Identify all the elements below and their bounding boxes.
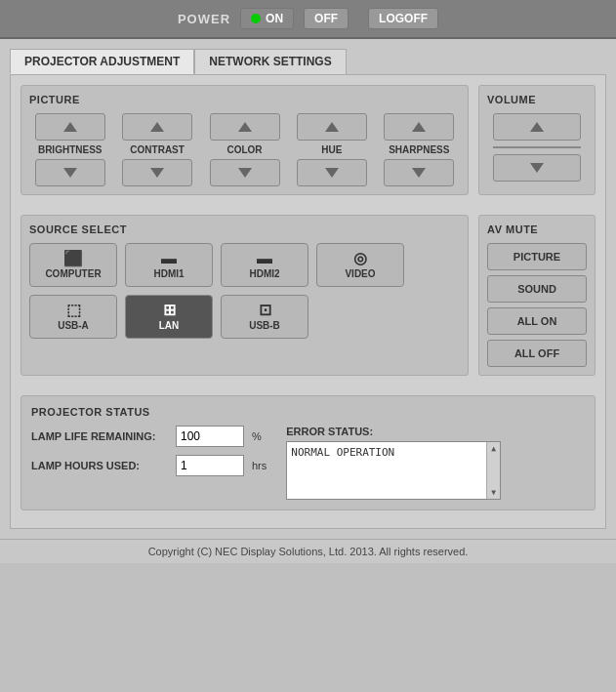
picture-controls: BRIGHTNESS CONTRAST COLOR xyxy=(29,113,460,186)
scroll-down-arrow[interactable]: ▼ xyxy=(491,488,496,497)
status-right: ERROR STATUS: NORMAL OPERATION ▲ ▼ xyxy=(286,426,585,500)
content-area: PICTURE BRIGHTNESS CONTRAST COLO xyxy=(10,74,606,529)
up-arrow-icon xyxy=(238,119,252,135)
status-left: LAMP LIFE REMAINING: % LAMP HOURS USED: … xyxy=(31,426,267,500)
up-arrow-icon xyxy=(325,119,339,135)
projector-status-title: PROJECTOR STATUS xyxy=(31,406,585,418)
video-icon: ◎ xyxy=(353,251,367,266)
footer-text: Copyright (C) NEC Display Solutions, Ltd… xyxy=(148,546,469,557)
top-row: PICTURE BRIGHTNESS CONTRAST COLO xyxy=(21,85,595,205)
source-select-panel: SOURCE SELECT ⬛ COMPUTER ▬ HDMI1 ▬ xyxy=(21,215,469,376)
source-video-button[interactable]: ◎ VIDEO xyxy=(316,243,404,287)
source-grid: ⬛ COMPUTER ▬ HDMI1 ▬ HDMI2 ◎ xyxy=(29,243,460,339)
error-status-value: NORMAL OPERATION xyxy=(291,446,394,459)
down-arrow-icon xyxy=(150,165,164,181)
status-grid: LAMP LIFE REMAINING: % LAMP HOURS USED: … xyxy=(31,426,585,500)
sharpness-down-button[interactable] xyxy=(384,159,454,186)
hdmi2-icon: ▬ xyxy=(257,251,272,266)
avmute-sound-button[interactable]: SOUND xyxy=(487,275,587,303)
hue-up-button[interactable] xyxy=(297,113,367,141)
volume-panel: VOLUME xyxy=(478,85,595,195)
avmute-picture-button[interactable]: PICTURE xyxy=(487,243,587,270)
source-row-2: ⬚ USB-A ⊞ LAN ⊡ USB-B xyxy=(29,295,460,339)
color-label: COLOR xyxy=(226,144,262,155)
lamp-hours-row: LAMP HOURS USED: hrs xyxy=(31,455,267,476)
footer: Copyright (C) NEC Display Solutions, Ltd… xyxy=(0,539,616,563)
color-down-button[interactable] xyxy=(210,159,280,186)
logoff-button[interactable]: LOGOFF xyxy=(368,8,438,29)
sharpness-label: SHARPNESS xyxy=(389,144,449,155)
scroll-up-arrow[interactable]: ▲ xyxy=(491,444,496,453)
contrast-label: CONTRAST xyxy=(130,144,185,155)
hue-down-button[interactable] xyxy=(297,159,367,186)
sharpness-up-button[interactable] xyxy=(384,113,454,141)
down-arrow-icon xyxy=(325,165,339,181)
usbb-icon: ⊡ xyxy=(259,303,271,318)
computer-icon: ⬛ xyxy=(63,251,83,266)
lamp-life-row: LAMP LIFE REMAINING: % xyxy=(31,426,267,447)
vol-up-icon xyxy=(530,119,544,135)
error-scrollbar: ▲ ▼ xyxy=(486,442,500,499)
tab-projector-adjustment[interactable]: PROJECTOR ADJUSTMENT xyxy=(10,49,194,74)
brightness-up-button[interactable] xyxy=(35,113,105,141)
power-off-button[interactable]: OFF xyxy=(304,8,349,29)
brightness-label: BRIGHTNESS xyxy=(38,144,103,155)
lamp-life-label: LAMP LIFE REMAINING: xyxy=(31,430,168,442)
av-mute-panel: AV MUTE PICTURE SOUND ALL ON ALL OFF xyxy=(478,215,595,376)
up-arrow-icon xyxy=(63,119,77,135)
source-usbb-button[interactable]: ⊡ USB-B xyxy=(221,295,308,339)
lamp-hours-label: LAMP HOURS USED: xyxy=(31,460,168,471)
avmute-all-on-button[interactable]: ALL ON xyxy=(487,307,587,335)
middle-row: SOURCE SELECT ⬛ COMPUTER ▬ HDMI1 ▬ xyxy=(21,215,595,386)
lamp-life-unit: % xyxy=(252,430,262,442)
down-arrow-icon xyxy=(63,165,77,181)
projector-status-panel: PROJECTOR STATUS LAMP LIFE REMAINING: % … xyxy=(21,395,595,510)
av-mute-controls: PICTURE SOUND ALL ON ALL OFF xyxy=(487,243,587,367)
brightness-down-button[interactable] xyxy=(35,159,105,186)
color-control: COLOR xyxy=(204,113,285,186)
source-usba-button[interactable]: ⬚ USB-A xyxy=(29,295,117,339)
lamp-hours-unit: hrs xyxy=(252,460,267,471)
lan-icon: ⊞ xyxy=(163,303,176,318)
color-up-button[interactable] xyxy=(210,113,280,141)
source-hdmi2-button[interactable]: ▬ HDMI2 xyxy=(221,243,308,287)
source-select-title: SOURCE SELECT xyxy=(29,224,460,235)
source-hdmi1-button[interactable]: ▬ HDMI1 xyxy=(125,243,213,287)
lamp-life-input[interactable] xyxy=(176,426,244,447)
hdmi1-icon: ▬ xyxy=(161,251,177,266)
contrast-control: CONTRAST xyxy=(116,113,197,186)
down-arrow-icon xyxy=(238,165,252,181)
contrast-up-button[interactable] xyxy=(122,113,192,141)
up-arrow-icon xyxy=(150,119,164,135)
top-bar: POWER ON OFF LOGOFF xyxy=(0,0,616,39)
source-row-1: ⬛ COMPUTER ▬ HDMI1 ▬ HDMI2 ◎ xyxy=(29,243,460,287)
main-container: PROJECTOR ADJUSTMENT NETWORK SETTINGS PI… xyxy=(0,39,616,539)
hue-control: HUE xyxy=(291,113,372,186)
picture-panel: PICTURE BRIGHTNESS CONTRAST COLO xyxy=(21,85,469,195)
usba-icon: ⬚ xyxy=(66,303,81,318)
avmute-all-off-button[interactable]: ALL OFF xyxy=(487,340,587,367)
volume-controls xyxy=(487,113,587,182)
down-arrow-icon xyxy=(412,165,426,181)
contrast-down-button[interactable] xyxy=(122,159,192,186)
power-label: POWER xyxy=(178,12,230,26)
volume-up-button[interactable] xyxy=(493,113,581,141)
vol-down-icon xyxy=(530,160,544,176)
volume-divider xyxy=(493,146,581,148)
volume-down-button[interactable] xyxy=(493,154,581,182)
power-indicator xyxy=(251,14,261,23)
lamp-hours-input[interactable] xyxy=(176,455,244,476)
source-computer-button[interactable]: ⬛ COMPUTER xyxy=(29,243,117,287)
source-lan-button[interactable]: ⊞ LAN xyxy=(125,295,213,339)
sharpness-control: SHARPNESS xyxy=(379,113,460,186)
error-status-label: ERROR STATUS: xyxy=(286,426,585,437)
av-mute-title: AV MUTE xyxy=(487,224,587,235)
hue-label: HUE xyxy=(321,144,342,155)
brightness-control: BRIGHTNESS xyxy=(29,113,110,186)
power-on-button[interactable]: ON xyxy=(240,8,294,29)
volume-title: VOLUME xyxy=(487,94,587,105)
tab-network-settings[interactable]: NETWORK SETTINGS xyxy=(194,49,346,74)
error-status-box: NORMAL OPERATION ▲ ▼ xyxy=(286,441,501,500)
picture-title: PICTURE xyxy=(29,94,460,105)
up-arrow-icon xyxy=(412,119,426,135)
